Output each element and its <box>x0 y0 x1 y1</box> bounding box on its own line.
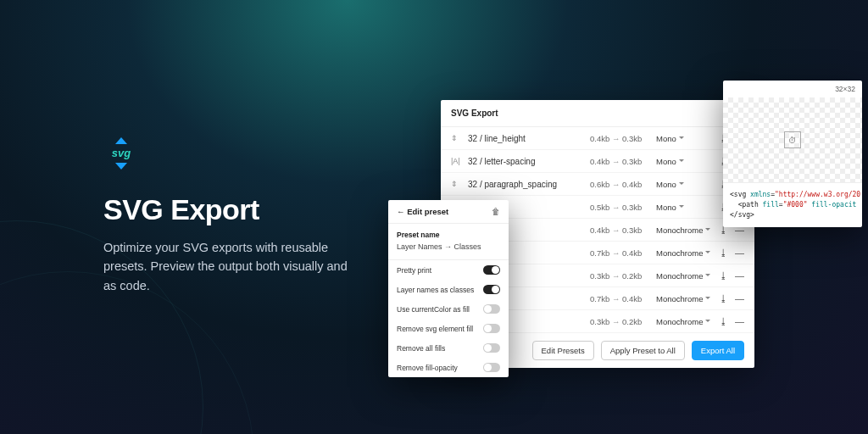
list-item[interactable]: ⇕32 / line_height0.4kb → 0.3kbMono⭳— <box>441 127 754 150</box>
toggle-switch[interactable] <box>483 265 500 275</box>
layer-name: 32 / paragraph_spacing <box>463 180 590 189</box>
panel-header: SVG Export <box>441 100 754 127</box>
preview-dimensions: 32×32 <box>723 81 862 97</box>
toggle-row: Layer names as classes <box>388 280 509 299</box>
toggle-switch[interactable] <box>483 285 500 294</box>
toggle-label: Pretty print <box>397 266 483 275</box>
preset-select[interactable]: Mono <box>656 134 715 143</box>
download-icon[interactable]: ⭳ <box>719 316 728 326</box>
preview-thumbnail-icon: ⏱ <box>784 131 801 148</box>
toggle-row: Use currentColor as fill <box>388 299 509 319</box>
letter-spacing-icon: |A| <box>451 157 463 165</box>
page-subtitle: Optimize your SVG exports with reusable … <box>103 238 349 295</box>
preset-select[interactable]: Monochrome <box>656 225 715 235</box>
download-icon[interactable]: ⭳ <box>719 293 728 303</box>
download-icon[interactable]: ⭳ <box>719 270 728 281</box>
preset-select[interactable]: Monochrome <box>656 271 715 281</box>
preview-canvas: ⏱ <box>723 97 862 182</box>
page-title: SVG Export <box>103 193 349 226</box>
toggle-label: Remove fill-opacity <box>397 364 483 372</box>
export-all-button[interactable]: Export All <box>692 341 744 360</box>
size-change: 0.7kb → 0.4kb <box>590 248 656 258</box>
preset-select[interactable]: Monochrome <box>656 317 715 326</box>
remove-icon[interactable]: — <box>735 248 744 258</box>
svg-export-logo-icon: svg <box>103 136 139 171</box>
toggle-label: Layer names as classes <box>397 286 483 294</box>
toggle-row: Pretty print <box>388 260 509 280</box>
toggle-switch[interactable] <box>483 363 500 372</box>
size-change: 0.6kb → 0.4kb <box>590 180 656 189</box>
preview-panel: 32×32 ⏱ <svg xmlns="http://www.w3.org/20… <box>723 81 862 227</box>
toggle-switch[interactable] <box>483 324 500 333</box>
decorative-circle <box>0 271 254 434</box>
remove-icon[interactable]: — <box>735 270 744 281</box>
hero: svg SVG Export Optimize your SVG exports… <box>103 136 349 295</box>
preset-select[interactable]: Mono <box>656 157 715 166</box>
list-item[interactable]: ⇕32 / paragraph_spacing0.6kb → 0.4kbMono… <box>441 173 754 196</box>
size-change: 0.5kb → 0.3kb <box>590 203 656 212</box>
toggle-switch[interactable] <box>483 304 500 314</box>
delete-preset-icon[interactable]: 🗑 <box>492 207 500 216</box>
size-change: 0.4kb → 0.3kb <box>590 225 656 235</box>
size-change: 0.3kb → 0.2kb <box>590 317 656 326</box>
toggle-label: Remove svg element fill <box>397 325 483 333</box>
list-item[interactable]: |A|32 / letter-spacing0.4kb → 0.3kbMono⭳… <box>441 150 754 173</box>
toggle-row: Remove svg element fill <box>388 319 509 338</box>
logo: svg <box>103 136 349 175</box>
paragraph-spacing-icon: ⇕ <box>451 180 463 188</box>
toggle-switch[interactable] <box>483 343 500 353</box>
preset-select[interactable]: Monochrome <box>656 294 715 303</box>
remove-icon[interactable]: — <box>735 316 744 326</box>
size-change: 0.7kb → 0.4kb <box>590 294 656 303</box>
layer-name: 32 / letter-spacing <box>463 157 590 166</box>
preset-name-value[interactable]: Layer Names → Classes <box>388 242 509 260</box>
line-height-icon: ⇕ <box>451 134 463 142</box>
preset-name-label: Preset name <box>388 224 509 242</box>
remove-icon[interactable]: — <box>735 293 744 303</box>
size-change: 0.3kb → 0.2kb <box>590 271 656 281</box>
toggle-row: Remove all fills <box>388 338 509 358</box>
preset-select[interactable]: Mono <box>656 180 715 189</box>
preset-select[interactable]: Mono <box>656 203 715 212</box>
toggle-label: Remove all fills <box>397 344 483 353</box>
size-change: 0.4kb → 0.3kb <box>590 134 656 143</box>
layer-name: 32 / line_height <box>463 134 590 143</box>
preset-select[interactable]: Monochrome <box>656 248 715 258</box>
edit-preset-panel: Edit preset 🗑 Preset name Layer Names → … <box>388 200 509 377</box>
download-icon[interactable]: ⭳ <box>719 248 728 258</box>
toggle-row: Remove fill-opacity <box>388 358 509 377</box>
edit-presets-button[interactable]: Edit Presets <box>532 341 594 360</box>
toggle-label: Use currentColor as fill <box>397 305 483 314</box>
size-change: 0.4kb → 0.3kb <box>590 157 656 166</box>
preview-code[interactable]: <svg xmlns="http://www.w3.org/20 <path f… <box>723 182 862 227</box>
svg-text:svg: svg <box>112 147 131 159</box>
apply-preset-all-button[interactable]: Apply Preset to All <box>601 341 685 360</box>
back-button[interactable]: Edit preset <box>397 207 448 216</box>
